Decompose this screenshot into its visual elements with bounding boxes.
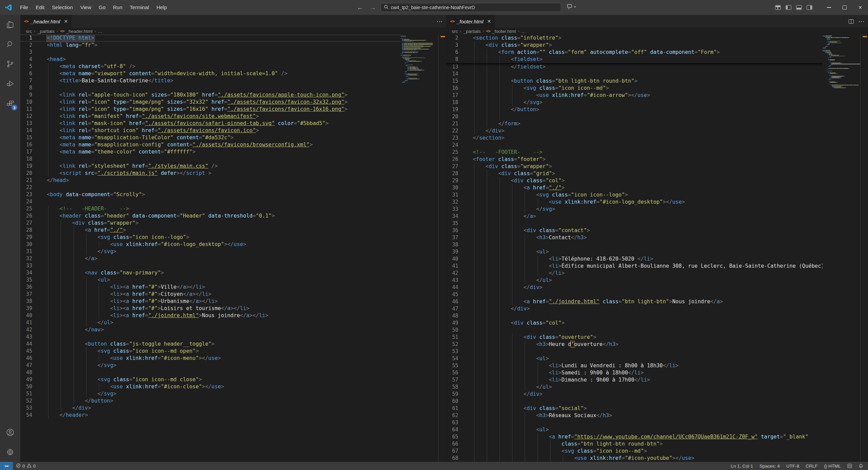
code-line[interactable]: 57 <li>Dimanche : 9h00 à 17h00</li>: [446, 376, 868, 384]
breadcrumb-item[interactable]: _header.html: [66, 29, 92, 34]
code-line[interactable]: 47 </svg>: [20, 362, 446, 369]
code-line[interactable]: 36 <li><a href="#">Ville</a></li>: [20, 284, 446, 291]
code-line[interactable]: 58 </ul>: [446, 384, 868, 391]
code-line[interactable]: 25 <!-- -HEADER- -->: [20, 205, 446, 212]
code-line[interactable]: 54 </header>: [20, 412, 446, 419]
code-line[interactable]: 14: [446, 70, 868, 78]
code-line[interactable]: 49 <svg class="icon icon--md close">: [20, 376, 446, 383]
code-line[interactable]: 18: [20, 156, 446, 163]
code-line[interactable]: 26 <header class="header" data-component…: [20, 212, 446, 220]
minimap[interactable]: [401, 35, 446, 462]
window-close-button[interactable]: ✕: [852, 0, 868, 15]
editor-_footer.html[interactable]: 2<section class="infolettre">3 <div clas…: [446, 35, 868, 462]
code-line[interactable]: 48: [446, 312, 868, 320]
command-center-search[interactable]: cw4_tp2_baie-ste-catherine-NoahFevrD: [381, 3, 561, 12]
code-line[interactable]: 26<footer class="footer">: [446, 156, 868, 163]
tab-close-icon[interactable]: ✕: [487, 19, 491, 24]
nav-back-button[interactable]: ←: [357, 4, 363, 11]
code-line[interactable]: 33: [20, 262, 446, 269]
code-line[interactable]: 59 </div>: [446, 391, 868, 398]
code-line[interactable]: 10 <link rel="icon" type="image/png" siz…: [20, 99, 446, 106]
toggle-primary-sidebar-icon[interactable]: [786, 5, 791, 10]
code-line[interactable]: 52 </button>: [20, 397, 446, 405]
code-line[interactable]: 53 </div>: [20, 405, 446, 412]
code-line[interactable]: 35: [446, 220, 868, 227]
encoding[interactable]: UTF-8: [786, 464, 799, 469]
code-line[interactable]: 24: [446, 142, 868, 149]
code-line[interactable]: 27 <div class="wrapper">: [20, 220, 446, 227]
code-line[interactable]: 16 <svg class="icon icon--md">: [446, 85, 868, 92]
code-line[interactable]: 46 <a href="./joindre.html" class="btn l…: [446, 298, 868, 305]
code-line[interactable]: 28 <a href="./">: [20, 227, 446, 234]
code-line[interactable]: 39 <li><a href="#">Loisirs et tourisme</…: [20, 305, 446, 312]
code-line[interactable]: 9 <link rel="apple-touch-icon" sizes="18…: [20, 91, 446, 99]
menu-go[interactable]: Go: [95, 2, 109, 13]
vscode-logo-icon[interactable]: [4, 3, 13, 12]
code-line[interactable]: 29 <svg class="icon icon--logo">: [20, 234, 446, 241]
code-line[interactable]: 34 </a>: [446, 213, 868, 220]
code-line[interactable]: 45 <svg class="icon icon--md open">: [20, 348, 446, 355]
code-line[interactable]: 2<html lang="fr">: [20, 42, 446, 49]
code-line[interactable]: 8: [20, 84, 446, 91]
code-line[interactable]: 22: [20, 184, 446, 191]
code-line[interactable]: 54 <ul>: [446, 355, 868, 362]
extensions-icon[interactable]: 3: [0, 94, 20, 113]
code-line[interactable]: 19 </button>: [446, 106, 868, 113]
new-window-layout-icon[interactable]: [567, 4, 576, 9]
code-line[interactable]: 30 <a href="./">: [446, 184, 868, 191]
menu-help[interactable]: Help: [153, 2, 171, 13]
language-mode[interactable]: {} HTML: [824, 464, 841, 469]
sticky-scroll[interactable]: 2<section class="infolettre">3 <div clas…: [446, 35, 868, 63]
code-line[interactable]: 53: [446, 348, 868, 355]
accounts-icon[interactable]: [0, 423, 20, 442]
settings-gear-icon[interactable]: [0, 442, 20, 462]
editor-more-actions-icon[interactable]: ⋯: [437, 18, 443, 25]
code-line[interactable]: 52 <h3>Heure d’ouverture</h3>: [446, 341, 868, 348]
code-line[interactable]: 3 <div class="wrapper">: [446, 42, 868, 49]
code-line[interactable]: 35 <ul>: [20, 277, 446, 284]
window-minimize-button[interactable]: [821, 0, 837, 15]
problems-summary[interactable]: 0 0: [13, 463, 36, 469]
code-line[interactable]: 56 <li>Samedi : 9h00 à 18h00</li>: [446, 369, 868, 376]
breadcrumb-item[interactable]: src: [452, 29, 458, 34]
code-line[interactable]: 40 <li>Téléphone: 418-620-5020 </li>: [446, 256, 868, 263]
code-line[interactable]: 31 </svg>: [20, 248, 446, 255]
tab-_footer.html[interactable]: <>_footer.html✕: [446, 15, 495, 28]
search-sidebar-icon[interactable]: [0, 35, 20, 54]
explorer-icon[interactable]: [0, 15, 20, 35]
code-line[interactable]: 63: [446, 419, 868, 426]
window-restore-button[interactable]: [837, 0, 852, 15]
toggle-secondary-sidebar-icon[interactable]: [807, 5, 812, 10]
code-line[interactable]: 13 <link rel="mask-icon" href="./assets/…: [20, 120, 446, 127]
code-line[interactable]: 34 <nav class="nav-primary">: [20, 269, 446, 277]
code-line[interactable]: 17 <use xlink:href="#icon-arrow"></use>: [446, 92, 868, 99]
code-line[interactable]: 18 </svg>: [446, 99, 868, 106]
run-debug-icon[interactable]: [0, 74, 20, 94]
remote-indicator[interactable]: ><: [0, 462, 13, 470]
code-line[interactable]: 31 <svg class="icon icon--logo">: [446, 191, 868, 199]
code-line[interactable]: 1<!DOCTYPE html>: [20, 35, 446, 42]
code-line[interactable]: 15 <button class="btn light-btn round-bt…: [446, 78, 868, 85]
code-line[interactable]: 41 </ul>: [20, 319, 446, 326]
code-line[interactable]: 67 <svg class="icon icon--md">: [446, 448, 868, 455]
code-line[interactable]: 15 <meta name="msapplication-TileColor" …: [20, 134, 446, 141]
feedback-grid-icon[interactable]: [847, 464, 852, 468]
code-line[interactable]: 7 <title>Baie-Sainte-Catherine</title>: [20, 77, 446, 84]
menu-run[interactable]: Run: [109, 2, 126, 13]
code-line[interactable]: 23<body data-component="Scrolly">: [20, 191, 446, 198]
code-line[interactable]: 50 <use xlink:href="#icon-close"></use>: [20, 383, 446, 390]
code-line[interactable]: 49 <div class="col">: [446, 320, 868, 327]
notifications-bell-icon[interactable]: [859, 464, 863, 468]
code-line[interactable]: 29 <div class="col">: [446, 177, 868, 184]
customize-layout-icon[interactable]: [775, 5, 781, 10]
code-line[interactable]: 37 <h3>Contact</h3>: [446, 234, 868, 241]
code-line[interactable]: 6 <form action="" class="form" autocompl…: [446, 49, 868, 56]
code-line[interactable]: 39 <ul>: [446, 248, 868, 256]
code-line[interactable]: 19 <link rel="stylesheet" href="./styles…: [20, 163, 446, 170]
code-line[interactable]: 40 <li><a href="./joindre.html">Nous joi…: [20, 312, 446, 319]
breadcrumb-item[interactable]: …: [521, 29, 526, 34]
toggle-panel-icon[interactable]: [796, 5, 802, 10]
breadcrumb-item[interactable]: _partials: [37, 29, 55, 34]
code-line[interactable]: 14 <link rel="shortcut icon" href="./ass…: [20, 127, 446, 134]
code-line[interactable]: 8 <fieldset>: [446, 56, 868, 63]
